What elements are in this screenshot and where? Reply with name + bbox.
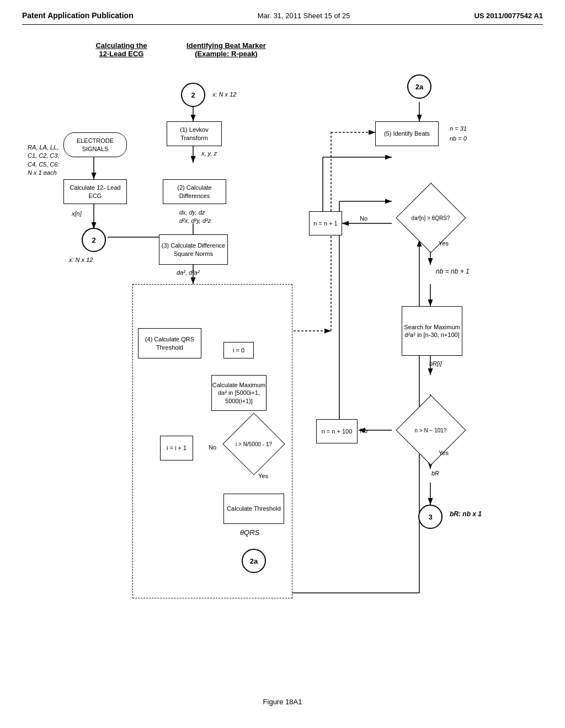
xyz-label: x, y, z (201, 150, 217, 157)
diamond-n-N101: n > N − 101? (391, 405, 471, 455)
n31-label: n = 31 (450, 125, 467, 132)
identify-beats-box: (5) Identify Beats (375, 121, 439, 146)
title-identifying: Identifying Beat Marker(Example: R-peak) (171, 41, 281, 58)
no-label-n101: No (360, 427, 367, 434)
page-header: Patent Application Publication Mar. 31, … (22, 11, 543, 25)
calc-max-da2-box: Calculate Maximum da² in [5000i+1, 5000(… (211, 375, 266, 411)
theta-qrs-label: θQRS (240, 528, 259, 537)
circle-2a-top: 2a (407, 74, 431, 99)
calc-12lead-box: Calculate 12- Lead ECG (63, 179, 127, 204)
title-calculating: Calculating the12-Lead ECG (72, 41, 171, 58)
circle-2-left: 2 (82, 228, 106, 252)
diamond-da2-theta: da²[n] > θQRS? (391, 193, 471, 243)
circle-2a-bottom: 2a (242, 549, 266, 573)
nb0-label: nb = 0 (450, 135, 467, 142)
levkov-transform-box: (1) Levkov Transform (167, 121, 222, 146)
diamond-i-n5000: i > N/5000 - 1? (218, 422, 290, 466)
br-nb-label: bR: nb x 1 (450, 510, 482, 518)
yes-label-n101: Yes (439, 449, 449, 456)
header-left: Patent Application Publication (22, 11, 134, 20)
yes-label-da2: Yes (439, 240, 449, 247)
calc-threshold-box: Calculate Threshold (223, 494, 284, 524)
yes-label-i: Yes (258, 473, 268, 479)
electrode-labels: RA, LA, LL, C1, C2, C3, C4, C5, C6: N x … (28, 143, 59, 178)
circle-2-center: 2 (181, 83, 205, 107)
nb-increment-label: nb = nb + 1 (436, 267, 470, 275)
figure-caption: Figure 18A1 (22, 698, 543, 706)
n-100-box: n = n + 100 (316, 419, 358, 443)
header-right: US 2011/0077542 A1 (474, 12, 543, 20)
search-max-box: Search for Maximum d²a² in [n-30, n+100] (402, 306, 462, 356)
no-label-da2: No (360, 215, 367, 222)
diagram-area: Calculating the12-Lead ECG Identifying B… (22, 36, 543, 687)
calc-qrs-threshold-box: (4) Calculate QRS Threshold (138, 328, 201, 358)
calc-diff-sq-norms-box: (3) Calculate Difference Square Norms (159, 234, 228, 265)
electrode-signals-box: ELECTRODE SIGNALS (63, 132, 127, 157)
br-label: bR (431, 470, 439, 477)
dxdydz-label: dx, dy, dz d²x, d²y, d²z (179, 208, 211, 226)
circle-3: 3 (418, 505, 443, 529)
i-increment-box: i = i + 1 (160, 436, 193, 461)
header-center: Mar. 31, 2011 Sheet 15 of 25 (258, 12, 350, 20)
da2-label: da², d²a² (177, 269, 200, 277)
n-increment-box: n = n + 1 (309, 211, 342, 235)
no-label-i: No (209, 444, 216, 451)
xn-label: x[n] (72, 210, 82, 217)
bri-label: bR[i] (429, 360, 442, 367)
i-zero-box: i = 0 (223, 342, 254, 358)
calc-differences-box: (2) Calculate Differences (163, 179, 226, 204)
x-n12-top: x: N x 12 (212, 91, 236, 98)
x-n12-left: x: N x 12 (69, 256, 93, 263)
